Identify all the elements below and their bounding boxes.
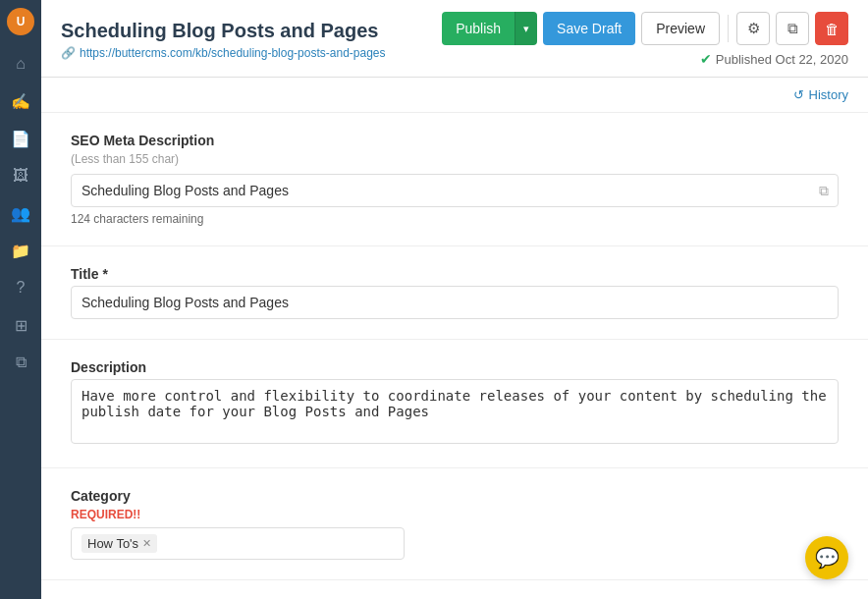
title-label: Title * [71,266,839,282]
sidebar-item-collections[interactable]: 📁 [4,234,37,267]
history-label: History [809,87,848,102]
save-draft-button[interactable]: Save Draft [543,12,635,45]
people-icon: 👥 [11,204,30,223]
description-input[interactable]: Have more control and flexibility to coo… [71,379,839,444]
category-tag-remove[interactable]: ✕ [142,537,151,550]
sidebar-item-blog[interactable]: ✍ [4,84,37,118]
page-title: Scheduling Blog Posts and Pages [61,20,386,42]
description-section: Description Have more control and flexib… [41,340,868,468]
collections-icon: 📁 [11,242,30,260]
link-icon: 🔗 [61,46,76,60]
chat-icon: 💬 [815,546,840,570]
user-avatar[interactable]: U [7,8,34,35]
pages-icon: 📄 [11,130,30,148]
published-section: Published * [41,580,868,599]
published-status: ✔ Published Oct 22, 2020 [700,51,848,67]
publish-dropdown-button[interactable]: ▾ [515,12,537,45]
category-section: Category REQUIRED!! How To's ✕ [41,468,868,580]
copy-button[interactable]: ⧉ [776,12,809,45]
chevron-down-icon: ▾ [523,23,529,34]
seo-hint: (Less than 155 char) [71,152,839,166]
description-label: Description [71,359,839,375]
media-icon: 🖼 [13,167,28,185]
category-label: Category [71,488,839,504]
history-link[interactable]: ↺ History [793,87,848,102]
title-section: Title * [41,246,868,340]
publish-button-group: Publish ▾ [442,12,537,45]
category-tag: How To's ✕ [81,534,157,553]
page-url: 🔗 https://buttercms.com/kb/scheduling-bl… [61,46,386,60]
history-icon: ↺ [793,87,804,102]
settings-button[interactable]: ⚙ [736,12,770,45]
seo-label: SEO Meta Description [71,133,839,148]
seo-chars-remaining: 124 characters remaining [71,212,839,226]
main-content: Scheduling Blog Posts and Pages 🔗 https:… [41,0,868,599]
sidebar-item-people[interactable]: 👥 [4,196,37,230]
published-date: Published Oct 22, 2020 [716,52,848,67]
sidebar-item-layers[interactable]: ⧉ [4,346,37,379]
sidebar-item-home[interactable]: ⌂ [4,47,37,81]
history-bar: ↺ History [41,78,868,113]
header-right-col: Publish ▾ Save Draft Preview ⚙ ⧉ 🗑 [442,12,848,67]
blog-icon: ✍ [11,92,30,111]
category-required: REQUIRED!! [71,508,839,521]
seo-input-wrap: ⧉ [71,174,839,207]
trash-icon: 🗑 [825,21,840,37]
content-panel: ↺ History SEO Meta Description (Less tha… [41,78,868,599]
home-icon: ⌂ [16,55,26,73]
copy-icon: ⧉ [787,20,798,37]
header-actions: Publish ▾ Save Draft Preview ⚙ ⧉ 🗑 [442,12,848,45]
sidebar-item-media[interactable]: 🖼 [4,159,37,192]
seo-section: SEO Meta Description (Less than 155 char… [41,113,868,246]
category-tag-label: How To's [87,536,138,551]
seo-copy-icon: ⧉ [819,183,829,199]
published-check-icon: ✔ [700,51,712,67]
preview-button[interactable]: Preview [641,12,720,45]
help-icon: ? [17,279,26,297]
category-select[interactable]: How To's ✕ [71,527,405,560]
page-title-area: Scheduling Blog Posts and Pages 🔗 https:… [61,20,386,60]
layers-icon: ⧉ [16,354,27,371]
seo-input[interactable] [71,174,839,207]
page-url-link[interactable]: https://buttercms.com/kb/scheduling-blog… [80,46,386,60]
actions-divider [728,15,729,42]
gear-icon: ⚙ [747,20,760,37]
chat-bubble[interactable]: 💬 [805,536,848,579]
title-input[interactable] [71,286,839,319]
page-header: Scheduling Blog Posts and Pages 🔗 https:… [41,0,868,78]
sidebar-item-help[interactable]: ? [4,271,37,304]
delete-button[interactable]: 🗑 [815,12,848,45]
sidebar: U ⌂ ✍ 📄 🖼 👥 📁 ? ⊞ ⧉ [0,0,41,599]
sidebar-item-grid[interactable]: ⊞ [4,308,37,342]
sidebar-item-pages[interactable]: 📄 [4,122,37,155]
publish-button[interactable]: Publish [442,12,515,45]
grid-icon: ⊞ [15,316,27,335]
